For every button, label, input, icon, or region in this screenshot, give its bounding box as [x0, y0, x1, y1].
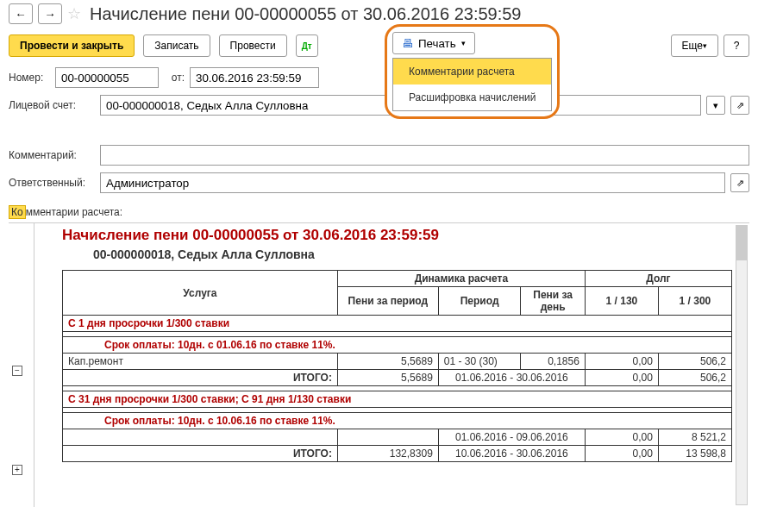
- print-menu-comments[interactable]: Комментарии расчета: [393, 59, 551, 84]
- group-header: С 1 дня просрочки 1/300 ставки: [63, 316, 732, 332]
- report-table: Услуга Динамика расчета Долг Пени за пер…: [62, 270, 732, 462]
- col-peni-day: Пени за день: [521, 287, 585, 316]
- account-open-button[interactable]: ⇗: [730, 96, 749, 115]
- vertical-scrollbar[interactable]: [736, 225, 748, 505]
- table-row: Кап.ремонт 5,5689 01 - 30 (30) 0,1856 0,…: [63, 354, 732, 370]
- table-row: Срок оплаты: 10дн. с 01.06.16 по ставке …: [63, 337, 732, 354]
- print-label: Печать: [418, 37, 456, 50]
- period-cell: 01 - 30 (30): [438, 354, 521, 370]
- number-label: Номер:: [9, 72, 50, 84]
- from-label: от:: [164, 72, 185, 84]
- dropdown-icon: ▾: [713, 100, 718, 111]
- dt-kt-icon: Дт: [302, 41, 312, 51]
- page-title: Начисление пени 00-00000055 от 30.06.201…: [90, 4, 522, 24]
- service-cell: Кап.ремонт: [63, 354, 338, 370]
- more-button[interactable]: Еще ▾: [671, 34, 718, 57]
- r130-cell: 0,00: [585, 429, 658, 446]
- open-icon: ⇗: [736, 100, 744, 111]
- total-period: 01.06.2016 - 30.06.2016: [438, 370, 585, 386]
- section-label: Комментарии расчета:: [0, 203, 758, 221]
- total-300: 506,2: [658, 370, 731, 386]
- table-row: ИТОГО: 132,8309 10.06.2016 - 30.06.2016 …: [63, 446, 732, 462]
- scroll-thumb[interactable]: [736, 226, 747, 260]
- total-peni: 5,5689: [337, 370, 438, 386]
- peni-day-cell: 0,1856: [521, 354, 585, 370]
- comment-label: Комментарий:: [9, 149, 95, 161]
- tree-collapse-button[interactable]: −: [12, 366, 22, 376]
- post-and-close-button[interactable]: Провести и закрыть: [9, 34, 135, 57]
- number-field[interactable]: [55, 67, 159, 88]
- account-select-button[interactable]: ▾: [706, 96, 725, 115]
- print-button[interactable]: 🖶 Печать ▾: [392, 32, 475, 54]
- post-button[interactable]: Провести: [219, 34, 287, 57]
- table-row: С 1 дня просрочки 1/300 ставки: [63, 316, 732, 332]
- col-debt: Долг: [585, 271, 731, 287]
- section-label-rest: мментарии расчета:: [26, 206, 122, 218]
- help-button[interactable]: ?: [724, 34, 749, 57]
- back-button[interactable]: ←: [9, 3, 33, 24]
- col-service: Услуга: [63, 271, 338, 316]
- responsible-field[interactable]: [100, 172, 725, 193]
- comment-field[interactable]: [100, 145, 749, 166]
- col-130: 1 / 130: [585, 287, 658, 316]
- col-peni-period: Пени за период: [337, 287, 438, 316]
- report-subtitle: 00-000000018, Седых Алла Сулловна: [93, 247, 732, 261]
- print-dropdown-menu: Комментарии расчета Расшифровка начислен…: [392, 58, 552, 111]
- dt-kt-button[interactable]: Дт: [296, 34, 318, 57]
- forward-button[interactable]: →: [38, 3, 62, 24]
- chevron-down-icon: ▾: [703, 41, 707, 50]
- table-header-row: Услуга Динамика расчета Долг: [63, 271, 732, 287]
- group-header: С 31 дня просрочки 1/300 ставки; С 91 дн…: [63, 391, 732, 408]
- tree-expand-button[interactable]: +: [12, 465, 22, 475]
- table-row: С 31 дня просрочки 1/300 ставки; С 91 дн…: [63, 391, 732, 408]
- open-icon: ⇗: [736, 178, 744, 189]
- term-row: Срок оплаты: 10дн. с 10.06.16 по ставке …: [63, 413, 732, 429]
- responsible-label: Ответственный:: [9, 177, 95, 189]
- report-title: Начисление пени 00-00000055 от 30.06.201…: [62, 227, 732, 244]
- report-body: Начисление пени 00-00000055 от 30.06.201…: [36, 223, 749, 507]
- r300-cell: 8 521,2: [658, 429, 731, 446]
- col-period: Период: [438, 287, 521, 316]
- printer-icon: 🖶: [402, 37, 413, 50]
- account-label: Лицевой счет:: [9, 99, 95, 111]
- print-menu-details[interactable]: Расшифровка начислений: [393, 84, 551, 110]
- period-cell: 01.06.2016 - 09.06.2016: [438, 429, 585, 446]
- favorite-star-icon[interactable]: ☆: [67, 4, 81, 23]
- responsible-open-button[interactable]: ⇗: [730, 173, 749, 192]
- r130-cell: 0,00: [585, 354, 658, 370]
- arrow-right-icon: →: [44, 8, 55, 21]
- save-button[interactable]: Записать: [143, 34, 210, 57]
- chevron-down-icon: ▾: [461, 39, 466, 47]
- table-row: ИТОГО: 5,5689 01.06.2016 - 30.06.2016 0,…: [63, 370, 732, 386]
- print-highlight-box: 🖶 Печать ▾ Комментарии расчета Расшифров…: [385, 24, 560, 119]
- table-row: 01.06.2016 - 09.06.2016 0,00 8 521,2: [63, 429, 732, 446]
- r300-cell: 506,2: [658, 354, 731, 370]
- arrow-left-icon: ←: [15, 8, 26, 21]
- col-dynamics: Динамика расчета: [337, 271, 585, 287]
- tree-gutter: − +: [9, 223, 34, 507]
- col-300: 1 / 300: [658, 287, 731, 316]
- date-field[interactable]: [190, 67, 319, 88]
- peni-cell: 5,5689: [337, 354, 438, 370]
- section-label-prefix: Ко: [9, 205, 26, 219]
- total-300: 13 598,8: [658, 446, 731, 462]
- total-label: ИТОГО:: [63, 446, 338, 462]
- table-row: Срок оплаты: 10дн. с 10.06.16 по ставке …: [63, 413, 732, 429]
- total-period: 10.06.2016 - 30.06.2016: [438, 446, 585, 462]
- total-label: ИТОГО:: [63, 370, 338, 386]
- total-130: 0,00: [585, 370, 658, 386]
- total-peni: 132,8309: [337, 446, 438, 462]
- term-row: Срок оплаты: 10дн. с 01.06.16 по ставке …: [63, 337, 732, 354]
- total-130: 0,00: [585, 446, 658, 462]
